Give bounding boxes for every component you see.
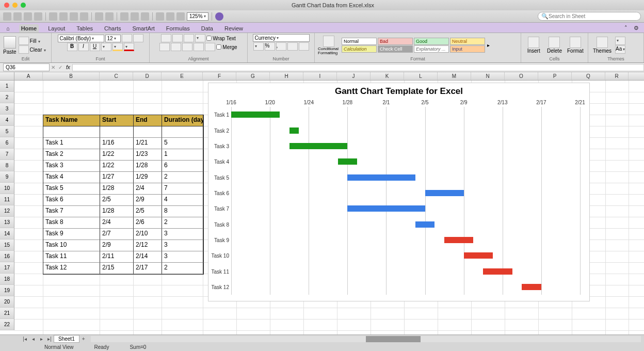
style-check[interactable]: Check Cell xyxy=(378,45,413,53)
table-cell[interactable]: 4 xyxy=(162,195,203,206)
table-cell[interactable]: 1/28 xyxy=(100,183,134,195)
tab-review[interactable]: Review xyxy=(222,24,245,33)
col-header[interactable]: K xyxy=(371,72,404,80)
table-header[interactable]: End xyxy=(134,115,162,126)
gantt-bar[interactable] xyxy=(347,205,425,212)
table-cell[interactable]: Task 4 xyxy=(43,172,100,183)
row-header[interactable]: 9 xyxy=(0,171,14,183)
cut-icon[interactable] xyxy=(49,12,57,21)
table-cell[interactable]: Task 2 xyxy=(43,149,100,161)
merge[interactable]: Merge xyxy=(216,44,237,50)
font-color[interactable] xyxy=(124,43,134,51)
percent-button[interactable]: % xyxy=(265,42,275,51)
italic-button[interactable]: I xyxy=(78,43,89,51)
underline-button[interactable]: U xyxy=(90,43,100,51)
tab-smartart[interactable]: SmartArt xyxy=(130,24,156,33)
table-header[interactable]: Duration (days) xyxy=(162,115,203,126)
row-header[interactable]: 4 xyxy=(0,115,14,126)
table-cell[interactable]: 1/21 xyxy=(134,138,162,149)
tab-data[interactable]: Data xyxy=(199,24,215,33)
table-cell[interactable]: 1 xyxy=(162,149,203,161)
table-cell[interactable]: Task 3 xyxy=(43,161,100,172)
row-header[interactable]: 21 xyxy=(0,308,14,319)
table-cell[interactable]: 2/4 xyxy=(100,217,134,229)
gantt-bar[interactable] xyxy=(415,221,435,228)
orientation[interactable] xyxy=(195,34,205,42)
border-button[interactable] xyxy=(101,43,111,51)
align-center[interactable] xyxy=(171,43,181,51)
font-name[interactable]: Calibri (Body) xyxy=(58,35,104,42)
table-cell[interactable]: 1/27 xyxy=(100,172,134,183)
fill-button[interactable] xyxy=(19,37,29,45)
row-header[interactable]: 20 xyxy=(0,296,14,308)
sheet-tab[interactable]: Sheet1 xyxy=(54,335,79,343)
table-cell[interactable]: 2/9 xyxy=(100,240,134,251)
table-cell[interactable]: 1/28 xyxy=(134,161,162,172)
col-header[interactable]: R xyxy=(605,72,629,80)
row-header[interactable]: 17 xyxy=(0,262,14,274)
style-bad[interactable]: Bad xyxy=(378,38,413,45)
undo-icon[interactable] xyxy=(95,12,103,21)
table-cell[interactable]: 5 xyxy=(162,138,203,149)
row-header[interactable]: 15 xyxy=(0,240,14,251)
gantt-bar[interactable] xyxy=(464,252,493,259)
table-cell[interactable]: 2/15 xyxy=(100,263,134,274)
row-header[interactable]: 11 xyxy=(0,194,14,205)
table-cell[interactable]: 2/4 xyxy=(134,183,162,195)
col-header[interactable]: G xyxy=(236,72,270,80)
gantt-bar[interactable] xyxy=(289,143,348,149)
fx-toggle-icon[interactable] xyxy=(156,12,164,21)
inc-decimal[interactable] xyxy=(287,42,298,51)
table-cell[interactable]: 1/22 xyxy=(100,149,134,161)
layout-icon[interactable] xyxy=(13,12,22,21)
col-header[interactable]: P xyxy=(538,72,572,80)
table-cell[interactable]: Task 1 xyxy=(43,138,100,149)
media-icon[interactable] xyxy=(176,12,185,21)
table-cell[interactable]: 1/16 xyxy=(100,138,134,149)
tab-layout[interactable]: Layout xyxy=(46,24,67,33)
theme-colors[interactable] xyxy=(615,37,625,45)
theme-fonts[interactable]: Aa xyxy=(615,45,625,54)
row-header[interactable]: 2 xyxy=(0,92,14,103)
col-header[interactable]: Q xyxy=(572,72,605,80)
tab-tables[interactable]: Tables xyxy=(74,24,95,33)
gantt-bar[interactable] xyxy=(483,268,512,275)
table-cell[interactable]: 1/29 xyxy=(134,172,162,183)
formula-input[interactable] xyxy=(72,64,644,71)
next-sheet[interactable]: ▸ xyxy=(37,336,45,342)
style-neutral[interactable]: Neutral xyxy=(450,38,485,45)
table-cell[interactable]: 1/22 xyxy=(100,161,134,172)
table-cell[interactable]: Task 8 xyxy=(43,217,100,229)
home-icon[interactable] xyxy=(3,12,11,21)
row-header[interactable]: 13 xyxy=(0,217,14,228)
row-header[interactable]: 5 xyxy=(0,126,14,137)
col-header[interactable]: A xyxy=(14,72,43,80)
col-header[interactable]: N xyxy=(471,72,505,80)
row-header[interactable]: 14 xyxy=(0,228,14,240)
table-cell[interactable]: 2 xyxy=(162,172,203,183)
col-header[interactable]: C xyxy=(100,72,133,80)
table-cell[interactable]: 1/23 xyxy=(134,149,162,161)
select-all[interactable] xyxy=(0,72,14,80)
table-header[interactable]: Task Name xyxy=(43,115,100,126)
dec-decimal[interactable] xyxy=(299,42,309,51)
col-header[interactable]: M xyxy=(438,72,471,80)
save-icon[interactable] xyxy=(24,12,32,21)
table-cell[interactable]: Task 12 xyxy=(43,263,100,274)
first-sheet[interactable]: |◂ xyxy=(21,336,29,342)
insert-cells[interactable]: Insert xyxy=(524,37,543,54)
themes-button[interactable]: Themes xyxy=(591,37,613,54)
indent-dec[interactable] xyxy=(194,43,204,51)
ribbon-options[interactable]: ⚙ xyxy=(632,24,641,33)
table-cell[interactable]: 2/12 xyxy=(134,240,162,251)
row-header[interactable]: 8 xyxy=(0,160,14,171)
row-header[interactable]: 3 xyxy=(0,103,14,115)
gantt-bar[interactable] xyxy=(444,237,473,243)
col-header[interactable]: J xyxy=(337,72,371,80)
paste-icon[interactable] xyxy=(70,12,78,21)
sort-icon[interactable] xyxy=(131,12,139,21)
gantt-bar[interactable] xyxy=(522,284,541,290)
table-cell[interactable]: 2/10 xyxy=(134,229,162,240)
table-cell[interactable]: 2/14 xyxy=(134,251,162,263)
row-header[interactable]: 16 xyxy=(0,251,14,262)
